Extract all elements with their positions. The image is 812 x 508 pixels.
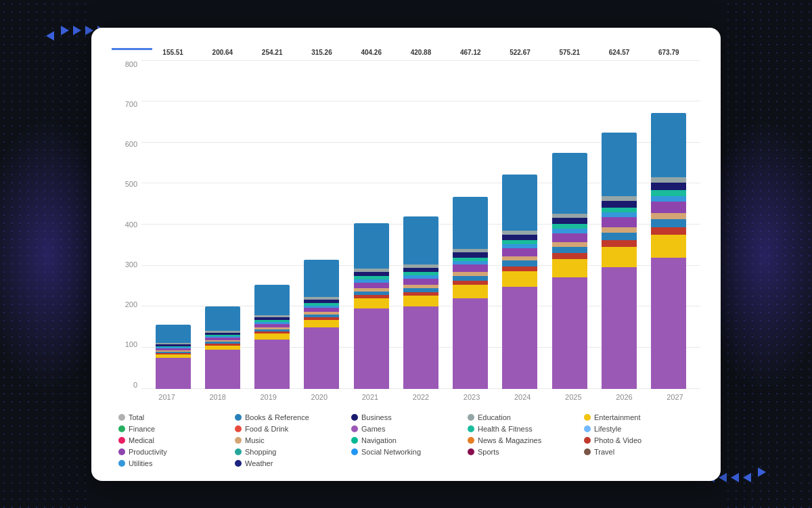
legend-item: Travel [584,448,694,456]
legend-dot [584,448,591,455]
bar-total-label: 575.21 [559,49,580,56]
bar-segment [502,235,537,240]
legend-label: News & Magazines [478,436,541,444]
x-label: 2020 [294,393,344,401]
x-label: 2021 [344,393,395,401]
legend-item: Total [118,413,228,421]
legend-label: Weather [245,459,273,467]
bar-total-label: 673.79 [658,49,679,56]
y-tick-label: 300 [114,261,141,269]
bar-segment [552,259,587,277]
bar-segment [502,287,537,388]
legend-dot [235,448,242,455]
x-label: 2019 [243,393,294,401]
bar-segment [602,240,637,247]
x-label: 2024 [497,393,548,401]
bar-stack [254,285,290,389]
legend-item: Food & Drink [235,425,344,433]
legend-item: News & Magazines [468,436,577,444]
legend-dot [235,414,242,421]
x-label: 2018 [192,393,243,401]
bar-group: 155.51 [148,61,198,389]
legend-item: Entertainment [584,413,694,421]
legend-dot [584,437,591,444]
legend-dot [118,448,125,455]
legend-label: Business [361,413,392,421]
legend-label: Total [129,413,144,421]
legend-label: Education [478,413,511,421]
legend-dot [235,460,242,467]
bar-total-label: 420.88 [411,49,432,56]
legend-dot [351,437,358,444]
chart-inner: 0100200300400500600700800155.51200.64254… [114,61,700,401]
bar-segment [651,235,686,258]
legend-item: Utilities [118,459,228,467]
bar-group: 420.88 [396,61,445,389]
arrow-single-right [758,467,766,477]
bar-segment [502,175,537,230]
bar-segment [403,296,438,306]
bar-segment [254,333,290,339]
bar-segment [651,258,686,389]
legend-label: Lifestyle [594,425,621,433]
bar-segment [354,308,389,388]
bar-segment [651,219,686,227]
legend-item: Shopping [235,448,344,456]
bar-segment [502,267,537,271]
legend-label: Finance [129,425,155,433]
legend-label: Entertainment [594,413,640,421]
bar-group: 254.21 [248,61,297,389]
bar-segment [552,247,587,254]
bar-segment [552,277,587,389]
bar-segment [502,260,537,266]
bar-segment [602,247,637,267]
legend-label: Shopping [245,448,277,456]
y-labels: 0100200300400500600700800 [114,61,141,389]
bar-segment [254,285,290,315]
bar-stack [156,325,191,389]
bar-segment [205,306,240,331]
bar-segment [453,252,488,257]
bar-total-label: 467.12 [460,49,481,56]
x-label: 2017 [141,393,192,401]
x-axis: 2017201820192020202120222023202420252026… [114,389,700,401]
x-label: 2027 [650,393,700,401]
bar-total-label: 404.26 [361,49,382,56]
legend-label: Games [361,425,385,433]
bars-container: 155.51200.64254.21315.26404.26420.88467.… [141,61,700,389]
y-tick-label: 200 [114,301,141,308]
bar-segment [205,350,240,389]
bar-total-label: 624.57 [609,49,630,56]
bar-segment [502,271,537,287]
bar-stack [602,133,637,388]
bar-segment [651,113,686,177]
bar-stack [304,260,339,389]
bar-segment [156,358,191,388]
legend-item: Productivity [118,448,228,456]
bar-segment [403,279,438,285]
legend-item: Games [351,425,461,433]
legend-label: Music [245,436,265,444]
bar-total-label: 254.21 [262,49,283,56]
bar-total-label: 200.64 [212,49,233,56]
bar-segment [453,264,488,272]
bar-segment [304,327,339,389]
bar-group: 200.64 [198,61,247,389]
x-label: 2023 [447,393,497,401]
bar-segment [602,208,637,212]
bar-segment [354,298,389,308]
bar-stack [552,153,587,389]
bar-stack [502,175,537,388]
legend-dot [118,414,125,421]
bar-segment [651,196,686,202]
bar-segment [602,267,637,388]
bar-segment [403,216,438,265]
legend-label: Navigation [361,436,397,444]
bar-segment [552,153,587,214]
bar-segment [403,306,438,388]
legend-dot [584,414,591,421]
chart-area: 0100200300400500600700800155.51200.64254… [112,61,700,401]
bar-segment [304,320,339,327]
legend-label: Health & Fitness [478,425,533,433]
bar-stack [354,223,389,389]
